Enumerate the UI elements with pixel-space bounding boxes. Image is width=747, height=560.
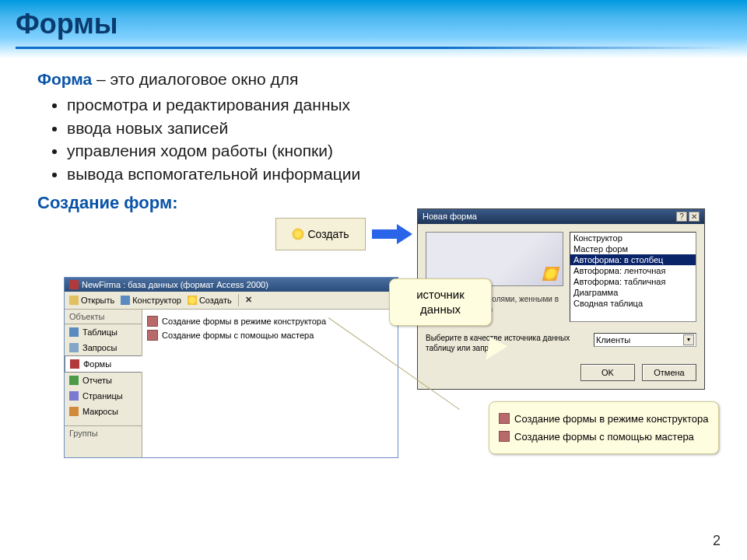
sparkle-icon [188, 296, 197, 305]
list-item: Создание формы в режиме конструктора [499, 410, 709, 428]
chevron-down-icon[interactable]: ▾ [683, 334, 694, 345]
list-item[interactable]: Сводная таблица [570, 298, 696, 309]
list-item: Создание формы с помощью мастера [499, 428, 709, 446]
slide-title-bar: Формы [0, 0, 747, 58]
list-item[interactable]: Автоформа: табличная [570, 276, 696, 287]
sidebar-item-forms[interactable]: Формы [65, 355, 142, 373]
ok-button[interactable]: OK [580, 364, 635, 381]
source-value: Клиенты [596, 335, 630, 345]
source-select[interactable]: Клиенты ▾ [594, 333, 696, 347]
db-toolbar: Открыть Конструктор Создать ✕ [65, 292, 398, 310]
db-sidebar: Объекты Таблицы Запросы Формы Отчеты Стр… [65, 310, 142, 457]
designer-button[interactable]: Конструктор [121, 296, 181, 305]
create-button-label: Создать [307, 228, 349, 240]
forms-icon [70, 359, 79, 369]
list-item[interactable]: Создание формы в режиме конструктора [147, 314, 393, 328]
bullet-item: управления ходом работы (кнопки) [67, 139, 716, 162]
sparkle-icon [292, 228, 304, 240]
form-create-icon [147, 330, 158, 341]
definition-block: Форма – это диалоговое окно для просмотр… [0, 58, 747, 185]
bullet-item: ввода новых записей [67, 117, 716, 139]
delete-icon[interactable]: ✕ [245, 295, 252, 305]
sidebar-item-queries[interactable]: Запросы [65, 340, 142, 355]
access-db-window: NewFirma : база данных (формат Access 20… [64, 277, 398, 458]
list-item[interactable]: Автоформа: ленточная [570, 265, 696, 276]
queries-icon [69, 343, 79, 352]
form-create-icon [147, 316, 158, 327]
close-button[interactable]: ✕ [689, 212, 700, 222]
sidebar-item-tables[interactable]: Таблицы [65, 324, 142, 340]
definition-tail: – это диалоговое окно для [92, 70, 298, 88]
open-button[interactable]: Открыть [69, 296, 114, 305]
create-button-callout[interactable]: Создать [275, 218, 366, 250]
sidebar-item-macros[interactable]: Макросы [65, 404, 142, 419]
list-item-selected[interactable]: Автоформа: в столбец [570, 254, 696, 265]
cancel-button[interactable]: Отмена [642, 364, 696, 381]
separator [238, 294, 239, 306]
list-item[interactable]: Диаграмма [570, 287, 696, 298]
pages-icon [69, 391, 79, 401]
list-item[interactable]: Создание формы с помощью мастера [147, 328, 393, 342]
form-type-list[interactable]: Конструктор Мастер форм Автоформа: в сто… [570, 232, 696, 322]
sidebar-header: Объекты [65, 310, 142, 324]
reports-icon [69, 376, 79, 385]
bullet-item: вывода вспомогательной информации [67, 163, 716, 185]
create-button[interactable]: Создать [188, 296, 232, 305]
dialog-title: Новая форма [423, 212, 477, 221]
access-icon [69, 280, 79, 289]
window-titlebar: NewFirma : база данных (формат Access 20… [65, 278, 398, 292]
open-icon [69, 296, 79, 305]
form-create-icon [499, 413, 510, 424]
tables-icon [69, 327, 79, 337]
sidebar-item-pages[interactable]: Страницы [65, 388, 142, 404]
create-options-callout: Создание формы в режиме конструктора Соз… [489, 401, 719, 454]
title-underline [16, 47, 731, 49]
list-item[interactable]: Мастер форм [570, 243, 696, 254]
help-button[interactable]: ? [676, 212, 687, 222]
sidebar-item-reports[interactable]: Отчеты [65, 373, 142, 388]
bullet-item: просмотра и редактирования данных [67, 93, 716, 116]
term: Форма [37, 70, 92, 88]
groups-header: Группы [65, 425, 142, 440]
designer-icon [121, 296, 130, 305]
page-number: 2 [713, 533, 721, 549]
arrow-right-icon [372, 226, 412, 243]
data-source-callout: источник данных [389, 278, 492, 326]
bullet-list: просмотра и редактирования данных ввода … [37, 93, 716, 185]
diagram-area: Создать NewFirma : база данных (формат A… [0, 218, 747, 513]
list-item[interactable]: Конструктор [570, 233, 696, 243]
slide-title: Формы [16, 8, 731, 40]
dialog-titlebar: Новая форма ? ✕ [418, 209, 704, 224]
macros-icon [69, 407, 79, 416]
window-title: NewFirma : база данных (формат Access 20… [82, 280, 268, 289]
db-main: Создание формы в режиме конструктора Соз… [142, 310, 398, 457]
form-create-icon [499, 431, 510, 442]
